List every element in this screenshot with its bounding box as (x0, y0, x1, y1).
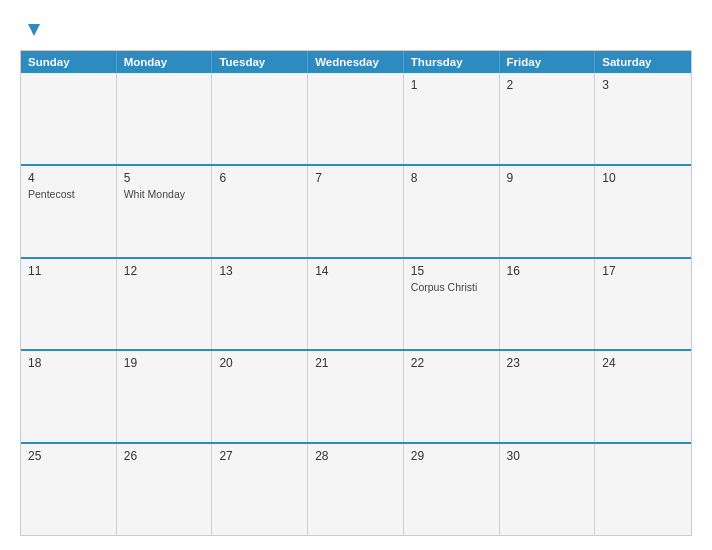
day-number: 9 (507, 171, 588, 185)
day-number: 18 (28, 356, 109, 370)
day-number: 21 (315, 356, 396, 370)
calendar-cell: 5Whit Monday (117, 166, 213, 257)
calendar-cell: 13 (212, 259, 308, 350)
day-number: 27 (219, 449, 300, 463)
calendar-cell: 24 (595, 351, 691, 442)
day-number: 28 (315, 449, 396, 463)
calendar-cell: 30 (500, 444, 596, 535)
day-number: 7 (315, 171, 396, 185)
calendar-week-4: 18192021222324 (21, 349, 691, 442)
calendar-cell (117, 73, 213, 164)
calendar-cell: 26 (117, 444, 213, 535)
calendar-cell (308, 73, 404, 164)
calendar-cell: 29 (404, 444, 500, 535)
calendar-cell: 23 (500, 351, 596, 442)
calendar-week-3: 1112131415Corpus Christi1617 (21, 257, 691, 350)
svg-marker-0 (28, 24, 40, 36)
calendar-cell: 28 (308, 444, 404, 535)
day-number: 12 (124, 264, 205, 278)
day-number: 17 (602, 264, 684, 278)
day-number: 14 (315, 264, 396, 278)
calendar-cell (21, 73, 117, 164)
day-number: 5 (124, 171, 205, 185)
calendar-cell: 22 (404, 351, 500, 442)
calendar-cell: 25 (21, 444, 117, 535)
day-number: 2 (507, 78, 588, 92)
logo-triangle-icon (22, 18, 44, 40)
calendar-cell: 21 (308, 351, 404, 442)
calendar-week-5: 252627282930 (21, 442, 691, 535)
calendar-weekday-header: SundayMondayTuesdayWednesdayThursdayFrid… (21, 51, 691, 73)
calendar-cell: 14 (308, 259, 404, 350)
day-number: 10 (602, 171, 684, 185)
day-number: 6 (219, 171, 300, 185)
weekday-header-saturday: Saturday (595, 51, 691, 73)
calendar-body: 1234Pentecost5Whit Monday678910111213141… (21, 73, 691, 535)
day-number: 26 (124, 449, 205, 463)
day-number: 22 (411, 356, 492, 370)
calendar-cell: 9 (500, 166, 596, 257)
day-number: 30 (507, 449, 588, 463)
day-number: 19 (124, 356, 205, 370)
calendar-cell: 6 (212, 166, 308, 257)
weekday-header-sunday: Sunday (21, 51, 117, 73)
calendar-cell: 3 (595, 73, 691, 164)
calendar-cell: 15Corpus Christi (404, 259, 500, 350)
calendar: SundayMondayTuesdayWednesdayThursdayFrid… (20, 50, 692, 536)
day-number: 25 (28, 449, 109, 463)
calendar-week-1: 123 (21, 73, 691, 164)
calendar-cell: 1 (404, 73, 500, 164)
day-number: 3 (602, 78, 684, 92)
calendar-cell (595, 444, 691, 535)
day-number: 1 (411, 78, 492, 92)
calendar-header (20, 18, 692, 40)
calendar-cell: 4Pentecost (21, 166, 117, 257)
day-number: 29 (411, 449, 492, 463)
calendar-week-2: 4Pentecost5Whit Monday678910 (21, 164, 691, 257)
day-number: 11 (28, 264, 109, 278)
calendar-cell: 16 (500, 259, 596, 350)
day-number: 16 (507, 264, 588, 278)
day-number: 13 (219, 264, 300, 278)
calendar-cell: 27 (212, 444, 308, 535)
calendar-cell: 18 (21, 351, 117, 442)
day-number: 8 (411, 171, 492, 185)
logo (20, 18, 44, 40)
day-event: Corpus Christi (411, 281, 492, 293)
calendar-cell: 19 (117, 351, 213, 442)
calendar-cell: 10 (595, 166, 691, 257)
calendar-cell: 8 (404, 166, 500, 257)
calendar-cell: 2 (500, 73, 596, 164)
calendar-cell: 20 (212, 351, 308, 442)
weekday-header-tuesday: Tuesday (212, 51, 308, 73)
calendar-cell: 17 (595, 259, 691, 350)
calendar-cell: 11 (21, 259, 117, 350)
weekday-header-friday: Friday (500, 51, 596, 73)
day-number: 4 (28, 171, 109, 185)
day-number: 24 (602, 356, 684, 370)
day-number: 15 (411, 264, 492, 278)
day-number: 20 (219, 356, 300, 370)
calendar-cell (212, 73, 308, 164)
calendar-cell: 7 (308, 166, 404, 257)
calendar-cell: 12 (117, 259, 213, 350)
weekday-header-monday: Monday (117, 51, 213, 73)
day-event: Pentecost (28, 188, 109, 200)
weekday-header-thursday: Thursday (404, 51, 500, 73)
day-event: Whit Monday (124, 188, 205, 200)
weekday-header-wednesday: Wednesday (308, 51, 404, 73)
day-number: 23 (507, 356, 588, 370)
page: SundayMondayTuesdayWednesdayThursdayFrid… (0, 0, 712, 550)
